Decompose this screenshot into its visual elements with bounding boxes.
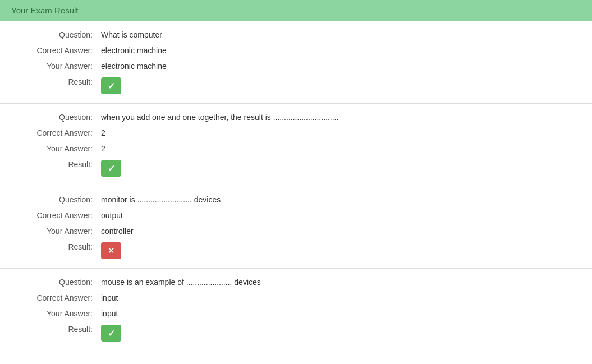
result-label-2: Result: xyxy=(11,160,101,169)
result-value-1 xyxy=(101,77,581,94)
cross-icon-3 xyxy=(108,246,114,255)
question-text-2: when you add one and one together, the r… xyxy=(101,113,581,122)
header-bar: Your Exam Result xyxy=(0,0,592,21)
question-block-4: Question: mouse is an example of .......… xyxy=(0,269,592,351)
your-answer-label-1: Your Answer: xyxy=(11,62,101,71)
question-label-2: Question: xyxy=(11,113,101,122)
question-block-3: Question: monitor is ...................… xyxy=(0,186,592,269)
check-icon-4 xyxy=(108,328,115,339)
result-button-1 xyxy=(101,77,121,94)
check-icon-2 xyxy=(108,163,115,174)
correct-answer-value-1: electronic machine xyxy=(101,46,581,55)
correct-answer-row-1: Correct Answer: electronic machine xyxy=(11,43,581,58)
your-answer-row-4: Your Answer: input xyxy=(11,306,581,321)
result-label-1: Result: xyxy=(11,77,101,86)
result-button-2 xyxy=(101,160,121,177)
question-text-4: mouse is an example of .................… xyxy=(101,278,581,287)
correct-answer-row-4: Correct Answer: input xyxy=(11,290,581,306)
page-container: Your Exam Result Question: What is compu… xyxy=(0,0,592,364)
correct-answer-label-2: Correct Answer: xyxy=(11,128,101,137)
question-label-1: Question: xyxy=(11,30,101,39)
question-row-3: Question: monitor is ...................… xyxy=(11,192,581,208)
correct-answer-value-4: input xyxy=(101,293,581,302)
correct-answer-value-3: output xyxy=(101,211,581,220)
your-answer-value-1: electronic machine xyxy=(101,62,581,71)
question-label-4: Question: xyxy=(11,278,101,287)
exam-result-title: Your Exam Result xyxy=(11,6,79,15)
result-value-3 xyxy=(101,242,581,259)
result-value-4 xyxy=(101,325,581,342)
question-block-2: Question: when you add one and one toget… xyxy=(0,104,592,186)
result-value-2 xyxy=(101,160,581,177)
your-answer-label-3: Your Answer: xyxy=(11,227,101,236)
question-block-1: Question: What is computer Correct Answe… xyxy=(0,21,592,104)
question-row-2: Question: when you add one and one toget… xyxy=(11,109,581,125)
question-row-1: Question: What is computer xyxy=(11,27,581,43)
your-answer-label-4: Your Answer: xyxy=(11,309,101,318)
your-answer-value-2: 2 xyxy=(101,144,581,153)
result-button-3 xyxy=(101,242,121,259)
result-label-4: Result: xyxy=(11,325,101,334)
your-answer-row-3: Your Answer: controller xyxy=(11,223,581,239)
correct-answer-label-1: Correct Answer: xyxy=(11,46,101,55)
result-row-2: Result: xyxy=(11,156,581,180)
result-row-4: Result: xyxy=(11,321,581,345)
question-text-3: monitor is ......................... dev… xyxy=(101,195,581,204)
your-answer-row-2: Your Answer: 2 xyxy=(11,141,581,156)
correct-answer-row-2: Correct Answer: 2 xyxy=(11,125,581,141)
your-answer-row-1: Your Answer: electronic machine xyxy=(11,58,581,74)
question-label-3: Question: xyxy=(11,195,101,204)
your-answer-value-4: input xyxy=(101,309,581,318)
result-label-3: Result: xyxy=(11,242,101,251)
question-text-1: What is computer xyxy=(101,30,581,39)
correct-answer-label-4: Correct Answer: xyxy=(11,293,101,302)
correct-answer-label-3: Correct Answer: xyxy=(11,211,101,220)
your-answer-label-2: Your Answer: xyxy=(11,144,101,153)
result-row-3: Result: xyxy=(11,239,581,262)
result-row-1: Result: xyxy=(11,74,581,98)
your-answer-value-3: controller xyxy=(101,227,581,236)
question-row-4: Question: mouse is an example of .......… xyxy=(11,274,581,290)
correct-answer-row-3: Correct Answer: output xyxy=(11,208,581,223)
result-button-4 xyxy=(101,325,121,342)
correct-answer-value-2: 2 xyxy=(101,128,581,137)
check-icon-1 xyxy=(108,81,115,91)
questions-container: Question: What is computer Correct Answe… xyxy=(0,21,592,351)
